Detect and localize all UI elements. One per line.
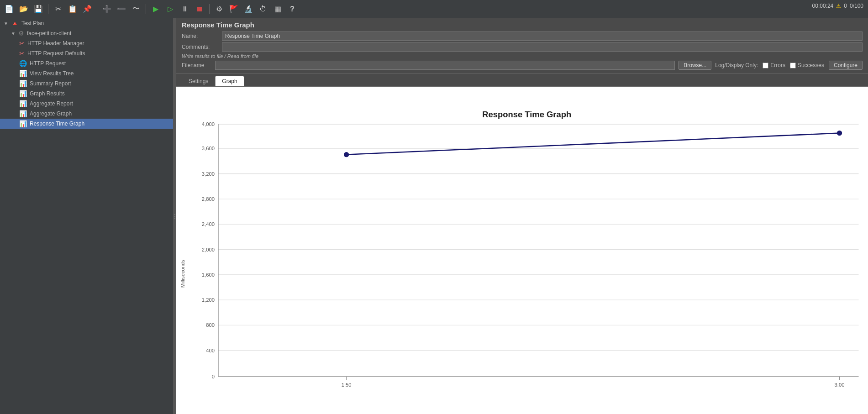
add-button[interactable]: ➕	[100, 3, 113, 16]
svg-text:2,400: 2,400	[202, 221, 215, 227]
listener-vrt-icon: 📊	[19, 70, 27, 77]
errors-checkbox[interactable]	[763, 63, 768, 68]
tab-graph[interactable]: Graph	[215, 76, 244, 86]
name-row: Name:	[182, 31, 863, 41]
x-tick-2: 3:00	[835, 382, 845, 388]
sidebar-item-http-request[interactable]: 🌐 HTTP Request	[0, 58, 173, 68]
help-button[interactable]: ?	[286, 3, 299, 16]
sidebar: ▼ 🔺 Test Plan ▼ ⚙ face-petition-client ✂…	[0, 18, 174, 414]
panel-header: Response Time Graph Name: Comments: Writ…	[176, 18, 868, 74]
sidebar-label-http-request-defaults: HTTP Request Defaults	[27, 50, 85, 57]
chart-svg: Response Time Graph Milliseconds	[176, 87, 868, 414]
copy-button[interactable]: 📋	[66, 3, 79, 16]
flag-button[interactable]: 🚩	[227, 3, 240, 16]
elapsed-time: 00:00:24	[812, 3, 834, 9]
sidebar-label-graph-results: Graph Results	[30, 90, 65, 97]
grid-button[interactable]: ▦	[271, 3, 284, 16]
svg-text:400: 400	[206, 348, 215, 353]
svg-text:3,200: 3,200	[202, 171, 215, 177]
filename-input[interactable]	[215, 61, 675, 70]
x-tick-1: 1:50	[342, 382, 352, 388]
sidebar-item-test-plan[interactable]: ▼ 🔺 Test Plan	[0, 18, 173, 28]
comments-label: Comments:	[182, 44, 218, 50]
configure-button[interactable]: Configure	[829, 61, 863, 70]
comments-input[interactable]	[222, 42, 863, 52]
expand-arrow-group: ▼	[11, 31, 16, 36]
pause-button[interactable]: ⏸	[179, 3, 191, 16]
listener-ag-icon: 📊	[19, 110, 27, 117]
sidebar-item-http-request-defaults[interactable]: ✂ HTTP Request Defaults	[0, 48, 173, 58]
log-display-section: Log/Display Only: Errors Successes Confi…	[715, 61, 863, 70]
sidebar-label-http-request: HTTP Request	[30, 60, 66, 67]
sep2	[97, 4, 97, 14]
sidebar-label-http-header-manager: HTTP Header Manager	[27, 40, 84, 47]
data-point-2	[837, 131, 842, 135]
errors-label: Errors	[770, 62, 785, 68]
sidebar-label-aggregate-report: Aggregate Report	[30, 100, 73, 107]
sidebar-label-test-plan: Test Plan	[21, 20, 44, 26]
filename-row: Filename Browse... Log/Display Only: Err…	[182, 61, 863, 70]
sidebar-item-aggregate-report[interactable]: 📊 Aggregate Report	[0, 99, 173, 109]
config-icon: ✂	[19, 40, 25, 47]
sidebar-label-response-time-graph: Response Time Graph	[30, 121, 84, 127]
sidebar-item-summary-report[interactable]: 📊 Summary Report	[0, 79, 173, 89]
svg-text:2,800: 2,800	[202, 196, 215, 202]
sidebar-label-aggregate-graph: Aggregate Graph	[30, 110, 72, 117]
sidebar-label-view-results-tree: View Results Tree	[30, 70, 74, 77]
y-axis-label: Milliseconds	[180, 260, 185, 288]
clear-button[interactable]: 〜	[130, 3, 142, 16]
timer-bar: 00:00:24 ⚠ 0 0/100	[812, 3, 863, 9]
svg-text:1,200: 1,200	[202, 297, 215, 303]
save-button[interactable]: 💾	[32, 3, 45, 16]
remove-button[interactable]: ➖	[115, 3, 128, 16]
run-no-pause-button[interactable]: ▷	[164, 3, 177, 16]
group-icon: ⚙	[18, 30, 24, 37]
sampler-icon: 🌐	[19, 60, 27, 67]
open-button[interactable]: 📂	[17, 3, 30, 16]
settings-button[interactable]: ⚙	[213, 3, 226, 16]
sep3	[146, 4, 146, 14]
browse-button[interactable]: Browse...	[679, 61, 711, 70]
sidebar-item-graph-results[interactable]: 📊 Graph Results	[0, 89, 173, 99]
sidebar-item-http-header-manager[interactable]: ✂ HTTP Header Manager	[0, 38, 173, 48]
sidebar-item-response-time-graph[interactable]: 📊 Response Time Graph	[0, 119, 173, 129]
chart-area: Response Time Graph Milliseconds	[176, 87, 868, 414]
tab-settings[interactable]: Settings	[182, 76, 215, 86]
listener-sr-icon: 📊	[19, 80, 27, 87]
data-point-1	[344, 152, 348, 157]
expand-arrow: ▼	[4, 21, 8, 26]
successes-checkbox-label[interactable]: Successes	[790, 62, 824, 68]
run-button[interactable]: ▶	[149, 3, 162, 16]
filename-label: Filename	[182, 62, 211, 68]
cut-button[interactable]: ✂	[52, 3, 64, 16]
errors-checkbox-label[interactable]: Errors	[763, 62, 785, 68]
log-display-label: Log/Display Only:	[715, 62, 758, 68]
test-plan-icon: 🔺	[11, 20, 19, 27]
warning-count: 0	[844, 3, 847, 9]
name-input[interactable]	[222, 31, 863, 41]
error-count: 0/100	[850, 3, 863, 9]
sidebar-item-aggregate-graph[interactable]: 📊 Aggregate Graph	[0, 109, 173, 119]
timer-icon-button[interactable]: ⏱	[257, 3, 269, 16]
sidebar-item-face-petition-client[interactable]: ▼ ⚙ face-petition-client	[0, 28, 173, 38]
successes-label: Successes	[798, 62, 824, 68]
panel-title: Response Time Graph	[182, 21, 863, 29]
content-area: Response Time Graph Name: Comments: Writ…	[176, 18, 868, 414]
paste-button[interactable]: 📌	[81, 3, 94, 16]
sidebar-item-view-results-tree[interactable]: 📊 View Results Tree	[0, 68, 173, 79]
new-button[interactable]: 📄	[3, 3, 16, 16]
listener-gr-icon: 📊	[19, 90, 27, 97]
svg-text:0: 0	[212, 374, 215, 379]
comments-row: Comments:	[182, 42, 863, 52]
svg-text:1,600: 1,600	[202, 272, 215, 278]
listener-rtg-icon: 📊	[19, 120, 27, 127]
tabs-bar: Settings Graph	[176, 74, 868, 87]
svg-rect-0	[176, 101, 868, 400]
write-results-row: Write results to file / Read from file	[182, 53, 863, 59]
inspect-button[interactable]: 🔬	[242, 3, 255, 16]
svg-text:4,000: 4,000	[202, 121, 215, 127]
svg-text:800: 800	[206, 322, 215, 328]
stop-button[interactable]: ⏹	[193, 3, 206, 16]
listener-ar-icon: 📊	[19, 100, 27, 107]
successes-checkbox[interactable]	[790, 63, 796, 68]
